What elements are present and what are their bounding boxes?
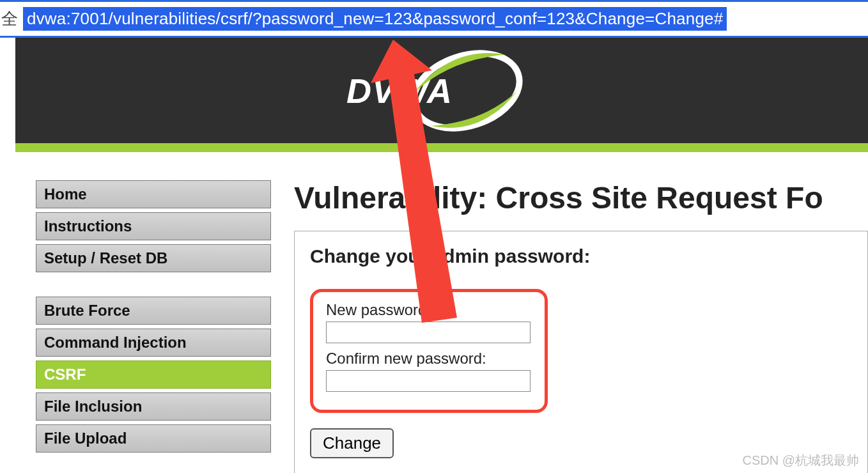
password-form-highlight: New password: Confirm new password: (310, 289, 548, 413)
sidebar-item-label: Brute Force (44, 302, 130, 320)
form-panel: Change your admin password: New password… (294, 231, 868, 473)
confirm-password-input[interactable] (326, 370, 531, 392)
new-password-input[interactable] (326, 322, 531, 343)
accent-divider (15, 143, 868, 152)
sidebar-item-setup[interactable]: Setup / Reset DB (36, 244, 271, 272)
logo-swoosh-icon (441, 52, 537, 129)
sidebar-group-1: Home Instructions Setup / Reset DB (36, 180, 271, 272)
sidebar-item-command-injection[interactable]: Command Injection (36, 329, 271, 357)
sidebar-item-brute-force[interactable]: Brute Force (36, 297, 271, 325)
main-content: Vulnerability: Cross Site Request Fo Cha… (271, 180, 868, 473)
dvwa-logo: DVWA (346, 52, 537, 129)
address-bar-url[interactable]: dvwa:7001/vulnerabilities/csrf/?password… (23, 7, 727, 31)
form-heading: Change your admin password: (310, 245, 852, 267)
sidebar-group-2: Brute Force Command Injection CSRF File … (36, 297, 271, 453)
address-bar: 全 dvwa:7001/vulnerabilities/csrf/?passwo… (0, 0, 868, 38)
watermark: CSDN @杭城我最帅 (742, 452, 859, 469)
page-title: Vulnerability: Cross Site Request Fo (294, 180, 868, 215)
sidebar-item-label: Setup / Reset DB (44, 249, 167, 267)
sidebar-item-label: Instructions (44, 217, 132, 235)
confirm-password-label: Confirm new password: (326, 350, 532, 368)
sidebar-item-label: CSRF (44, 366, 86, 384)
sidebar: Home Instructions Setup / Reset DB Brute… (15, 180, 271, 473)
sidebar-item-label: File Inclusion (44, 398, 142, 415)
app-header: DVWA (15, 38, 868, 143)
new-password-label: New password: (326, 301, 532, 319)
sidebar-item-csrf[interactable]: CSRF (36, 361, 271, 389)
sidebar-item-file-upload[interactable]: File Upload (36, 424, 271, 453)
sidebar-item-label: Command Injection (44, 334, 187, 352)
change-button[interactable]: Change (310, 428, 394, 458)
sidebar-item-label: Home (44, 185, 87, 203)
sidebar-item-home[interactable]: Home (36, 180, 271, 208)
sidebar-item-instructions[interactable]: Instructions (36, 212, 271, 240)
sidebar-item-file-inclusion[interactable]: File Inclusion (36, 392, 271, 421)
sidebar-item-label: File Upload (44, 430, 127, 447)
address-bar-prefix: 全 (0, 8, 23, 30)
